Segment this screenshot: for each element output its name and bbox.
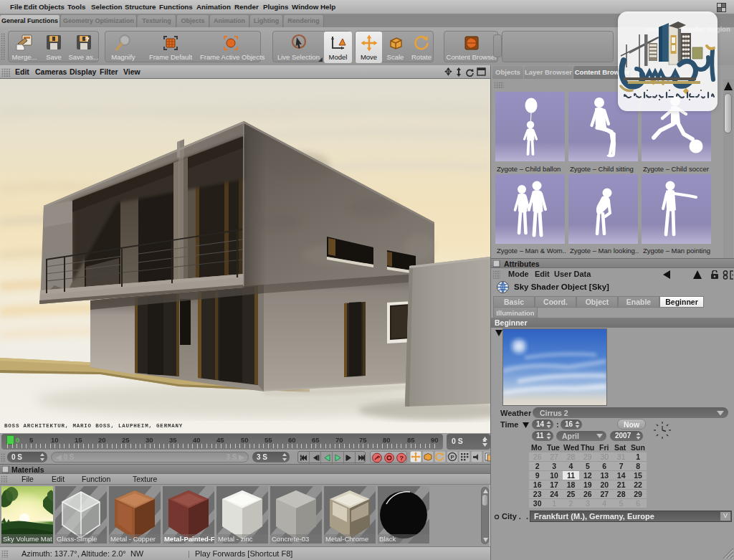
svg-text:BOSS ARCHITEKTUR, MARIO BOSS,: BOSS ARCHITEKTUR, MARIO BOSS, LAUPHEIM, … — [4, 423, 183, 429]
svg-text:?: ? — [85, 36, 90, 43]
svg-text:?: ? — [399, 454, 404, 462]
svg-text:P: P — [451, 454, 455, 460]
